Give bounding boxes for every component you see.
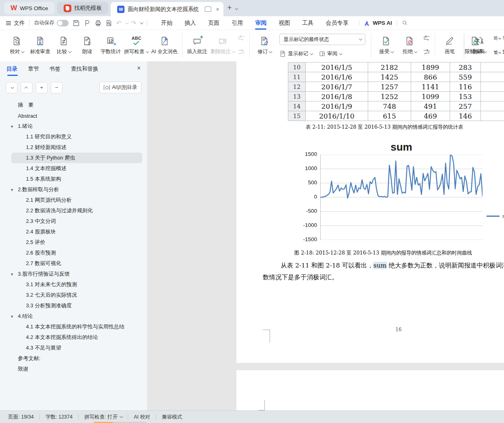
toc-item[interactable]: 参考文献: — [0, 353, 147, 364]
undo-chevron-icon[interactable] — [125, 21, 129, 24]
toc-item[interactable]: ▼1.绪论 — [0, 121, 147, 132]
next-change-icon[interactable] — [422, 48, 431, 56]
delete-comment-button[interactable]: 删除批注 — [209, 32, 236, 58]
markup-state-select[interactable]: 显示标记的最终状态 — [279, 34, 365, 45]
toc-item[interactable]: 1.2 财经新闻综述 — [0, 142, 147, 153]
toc-collapse-button[interactable] — [21, 82, 32, 93]
file-menu-button[interactable]: 文件 — [6, 19, 25, 27]
doc-permission-button[interactable]: 文档 — [491, 32, 504, 58]
toc-item[interactable]: 3.2 七天后的实际情况 — [0, 290, 147, 300]
sidebar-tab-目录[interactable]: 目录 — [6, 61, 17, 77]
spell-check-button[interactable]: ABC 拼写检查 — [122, 32, 150, 58]
tab-document[interactable]: W 面向财经新闻的文本挖掘系统 × — [111, 2, 223, 16]
toc-item[interactable]: 4.2 本文本挖掘系统得出的结论 — [0, 332, 147, 343]
toc-item[interactable]: 1.1 研究目的和意义 — [0, 132, 147, 142]
toc-item[interactable]: 1.4 文本挖掘概述 — [0, 163, 147, 174]
close-tab-icon[interactable]: × — [216, 6, 219, 13]
collapse-arrow-icon[interactable]: ▼ — [10, 315, 14, 319]
sidebar-tab-章节[interactable]: 章节 — [28, 61, 39, 77]
toc-item[interactable]: 2.6 股市预测 — [0, 248, 147, 258]
accept-button[interactable]: 接受 — [374, 32, 398, 58]
standard-review-button[interactable]: 标准审查 — [28, 32, 52, 58]
save-icon[interactable] — [73, 19, 80, 27]
print-preview-icon[interactable] — [105, 19, 113, 27]
menu-tab-开始[interactable]: 开始 — [155, 16, 178, 30]
ai-polish-button[interactable]: AI 全文润色 — [150, 32, 179, 58]
new-tab-button[interactable]: + — [227, 4, 232, 12]
toc-item[interactable]: 4.1 本文本挖掘系统的科学性与实用性总结 — [0, 322, 147, 332]
wps-ai-button[interactable]: WPS AI — [364, 20, 392, 26]
toc-item[interactable]: 3.3 分析预测准确度 — [0, 300, 147, 311]
insert-comment-button[interactable]: + 插入批注 — [185, 32, 209, 58]
collapse-arrow-icon[interactable]: ▼ — [10, 272, 14, 276]
divider — [78, 414, 79, 420]
toc-item[interactable]: 2.7 数据可视化 — [0, 258, 147, 269]
previous-comment-icon[interactable] — [237, 35, 246, 43]
brush-button[interactable]: 画笔 — [438, 32, 461, 58]
toc-item[interactable]: ▼2.数据榨取与分析 — [0, 184, 147, 195]
toc-item[interactable]: ▼4.结论 — [0, 311, 147, 322]
undo-icon[interactable]: ↶ — [116, 20, 122, 26]
revise-button[interactable]: 修订 — [253, 32, 276, 58]
toc-zoom-in-button[interactable]: + — [36, 82, 47, 93]
sidebar-tab-查找和替换[interactable]: 查找和替换 — [71, 61, 99, 77]
menu-tab-审阅[interactable]: 审阅 — [249, 16, 272, 30]
autosave-toggle[interactable] — [57, 20, 69, 26]
screen-share-icon[interactable] — [205, 6, 211, 12]
document-area[interactable]: 102016/1/521821899283112016/1/6142586655… — [147, 61, 504, 411]
menu-tab-工具[interactable]: 工具 — [296, 16, 320, 30]
body-paragraph[interactable]: 从表 2-11 和图 2-18 可以看出，sum 绝大多数为正数，说明新闻报道中… — [263, 260, 504, 283]
toc-item[interactable]: ▼3.股市行情验证与反馈 — [0, 269, 147, 279]
status-page[interactable]: 页面: 19/34 — [8, 414, 34, 421]
toc-item[interactable]: 摘 要 — [0, 100, 147, 110]
toc-item[interactable]: 3.1 对未来七天的预测 — [0, 279, 147, 290]
read-aloud-button[interactable]: 朗读 — [75, 32, 99, 58]
toc-item[interactable]: 致谢 — [0, 364, 147, 374]
review-pane-button[interactable]: 审阅 — [319, 50, 341, 57]
export-pdf-icon[interactable] — [84, 19, 91, 27]
menu-tab-引用[interactable]: 引用 — [225, 16, 249, 30]
toc-item[interactable]: 1.5 本系统架构 — [0, 174, 147, 184]
toc-item[interactable]: 2.1 网页源代码分析 — [0, 195, 147, 205]
toc-item[interactable]: 1.3 关于 Python 爬虫 — [11, 153, 142, 163]
tab-wps-home[interactable]: W WPS Office — [4, 2, 55, 14]
collapse-arrow-icon[interactable]: ▼ — [10, 125, 14, 129]
toc-item[interactable]: 2.4 股票板块 — [0, 227, 147, 237]
search-icon[interactable] — [401, 19, 408, 26]
document-page-17[interactable] — [236, 370, 504, 411]
redo-icon[interactable]: ↷ — [131, 20, 137, 26]
compare-button[interactable]: 比较 — [52, 32, 75, 58]
toc-item[interactable]: Abstract — [0, 110, 147, 121]
qat-more-icon[interactable] — [140, 21, 143, 24]
menu-tab-会员专享[interactable]: 会员专享 — [320, 16, 354, 30]
toc-item[interactable]: 2.5 评价 — [0, 237, 147, 248]
status-spell-check[interactable]: 拼写检查: 打开 — [84, 414, 122, 421]
restrict-edit-button[interactable]: 限制编辑 — [463, 32, 487, 58]
chart-canvas — [320, 155, 483, 240]
toc-item[interactable]: 2.3 中文分词 — [0, 216, 147, 227]
toc-item[interactable]: 4.3 不足与展望 — [0, 343, 147, 353]
collapse-arrow-icon[interactable]: ▼ — [10, 188, 14, 192]
menu-tab-插入[interactable]: 插入 — [178, 16, 202, 30]
status-compat-mode[interactable]: 兼容模式 — [162, 414, 182, 421]
next-comment-icon[interactable] — [237, 48, 246, 56]
menu-tab-页面[interactable]: 页面 — [202, 16, 225, 30]
print-icon[interactable] — [94, 19, 102, 27]
menu-tab-视图[interactable]: 视图 — [272, 16, 296, 30]
sidebar-tab-书签[interactable]: 书签 — [49, 61, 60, 77]
word-count-button[interactable]: 12 + 字数统计 — [99, 32, 122, 58]
tab-list-button[interactable] — [235, 4, 237, 12]
show-markup-button[interactable]: 显示标记 — [279, 50, 312, 57]
previous-change-icon[interactable] — [422, 35, 431, 43]
ai-recognize-toc-button[interactable]: AI识别目录 — [99, 82, 142, 93]
toc-zoom-out-button[interactable]: − — [51, 82, 62, 93]
toc-expand-button[interactable] — [6, 82, 17, 93]
sidebar-close-icon[interactable]: × — [137, 65, 141, 72]
toc-item[interactable]: 2.2 数据清洗与过滤并规则化 — [0, 205, 147, 216]
document-page-16[interactable]: 102016/1/521821899283112016/1/6142586655… — [236, 61, 504, 363]
status-ai-proof[interactable]: AI 校对 — [134, 414, 150, 421]
reject-button[interactable]: 拒绝 — [398, 32, 421, 58]
status-word-count[interactable]: 字数: 12374 — [45, 414, 73, 421]
tab-template-store[interactable]: 找稻壳模板 — [57, 2, 109, 14]
proof-button[interactable]: 校对 — [5, 32, 28, 58]
